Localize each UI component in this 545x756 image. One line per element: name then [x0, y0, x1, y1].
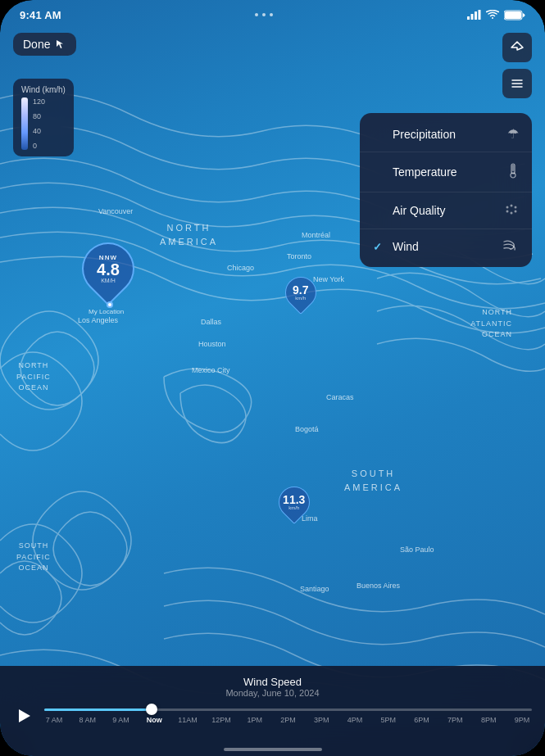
- temperature-label: Temperature: [393, 165, 457, 179]
- wind-legend: Wind (km/h) 120 80 40 0: [13, 79, 74, 156]
- layer-item-temperature-left: Temperature: [373, 165, 457, 179]
- layers-button[interactable]: [502, 69, 532, 98]
- right-toolbar: [502, 33, 532, 98]
- timeline-controls: 7 AM 8 AM 9 AM Now 11AM 12PM 1PM 2PM 3PM…: [13, 704, 532, 727]
- timeline-label-11am: 11AM: [178, 716, 198, 724]
- timeline-label-7pm: 7PM: [445, 716, 465, 724]
- top-toolbar: Done: [0, 33, 545, 98]
- timeline-label-3pm: 3PM: [311, 716, 331, 724]
- wind-unit-ny: km/h: [293, 296, 308, 301]
- location-arrow-icon: [510, 40, 525, 55]
- svg-rect-10: [512, 165, 514, 171]
- wind-direction: NNW: [97, 254, 120, 261]
- home-indicator: [224, 748, 322, 751]
- wind-icon: [502, 239, 519, 254]
- timeline-label-4pm: 4PM: [345, 716, 365, 724]
- layer-item-wind[interactable]: ✓ Wind: [360, 229, 532, 264]
- svg-point-15: [506, 211, 509, 213]
- layer-item-precipitation[interactable]: Precipitation ☂: [360, 116, 532, 152]
- wind-check: ✓: [373, 241, 386, 253]
- air-dots-icon: [504, 202, 519, 215]
- air-quality-icon: [504, 202, 519, 219]
- signal-icon: [467, 10, 481, 20]
- layer-item-wind-left: ✓ Wind: [373, 240, 419, 253]
- wind-lines-icon: [502, 239, 519, 251]
- wind-speed-ny: 9.7: [293, 284, 308, 296]
- wind-gradient-bar: [21, 97, 28, 150]
- wind-bubble-location[interactable]: NNW 4.8 KM/H: [82, 242, 134, 295]
- wind-speed-main: 4.8: [97, 261, 120, 278]
- timeline-label-8am: 8 AM: [78, 716, 98, 724]
- scale-120: 120: [33, 97, 45, 106]
- layers-icon: [510, 76, 525, 91]
- svg-point-12: [506, 206, 509, 209]
- wifi-icon: [486, 10, 499, 20]
- air-quality-label: Air Quality: [393, 204, 446, 217]
- timeline-label-2pm: 2PM: [278, 716, 297, 724]
- precipitation-label: Precipitation: [393, 128, 456, 141]
- timeline-track[interactable]: [44, 708, 532, 711]
- status-right: [467, 10, 525, 20]
- temperature-icon: [507, 162, 519, 182]
- svg-rect-5: [505, 11, 521, 19]
- timeline-label-9pm: 9PM: [512, 716, 532, 724]
- timeline-title: Wind Speed: [13, 676, 532, 688]
- wind-label: Wind: [393, 240, 419, 253]
- timeline-label-8pm: 8PM: [479, 716, 498, 724]
- scale-40: 40: [33, 127, 45, 135]
- cursor-icon: [55, 38, 66, 50]
- timeline-header: Wind Speed Monday, June 10, 2024: [13, 676, 532, 698]
- my-location-label: My Location: [89, 308, 124, 315]
- svg-rect-0: [467, 16, 470, 20]
- timeline-thumb[interactable]: [146, 704, 157, 715]
- status-time: 9:41 AM: [20, 9, 61, 21]
- timeline-date: Monday, June 10, 2024: [13, 688, 532, 698]
- svg-point-16: [511, 212, 513, 215]
- play-icon: [19, 709, 30, 722]
- timeline-label-1pm: 1PM: [245, 716, 265, 724]
- done-label: Done: [23, 38, 50, 51]
- my-location-pin: [107, 301, 113, 308]
- wind-unit-main: KM/H: [97, 278, 120, 283]
- svg-point-14: [515, 206, 517, 209]
- wind-bubble-lima[interactable]: 11.3 km/h: [279, 487, 310, 518]
- status-bar: 9:41 AM: [0, 0, 545, 29]
- battery-icon: [504, 10, 525, 20]
- layer-menu: Precipitation ☂ Temperature Air Quali: [360, 113, 532, 267]
- svg-point-13: [511, 205, 513, 207]
- wind-speed-lima: 11.3: [283, 494, 305, 505]
- wind-bubble-ny[interactable]: 9.7 km/h: [285, 277, 316, 308]
- wind-scale-labels: 120 80 40 0: [33, 97, 45, 150]
- location-button[interactable]: [502, 33, 532, 62]
- timeline-label-9am: 9 AM: [111, 716, 131, 724]
- precipitation-icon: ☂: [507, 126, 519, 142]
- layer-item-temperature[interactable]: Temperature: [360, 152, 532, 192]
- status-center: [255, 13, 273, 16]
- scale-0: 0: [33, 142, 45, 150]
- thermometer-icon: [507, 162, 519, 179]
- svg-rect-1: [471, 14, 474, 20]
- timeline-labels: 7 AM 8 AM 9 AM Now 11AM 12PM 1PM 2PM 3PM…: [44, 716, 532, 724]
- svg-rect-3: [479, 10, 481, 20]
- svg-rect-2: [475, 11, 477, 20]
- wind-legend-title: Wind (km/h): [21, 85, 66, 94]
- layer-item-air-quality-left: Air Quality: [373, 204, 446, 217]
- wind-unit-lima: km/h: [283, 505, 305, 510]
- layer-item-air-quality[interactable]: Air Quality: [360, 192, 532, 229]
- timeline-label-7am: 7 AM: [44, 716, 64, 724]
- layer-item-precipitation-left: Precipitation: [373, 128, 456, 141]
- scale-80: 80: [33, 112, 45, 120]
- play-button[interactable]: [13, 704, 36, 727]
- timeline-label-6pm: 6PM: [412, 716, 432, 724]
- timeline-fill: [44, 708, 152, 711]
- timeline-label-now: Now: [144, 716, 164, 724]
- wind-legend-scale: 120 80 40 0: [21, 97, 66, 150]
- timeline-label-12pm: 12PM: [211, 716, 231, 724]
- timeline-label-5pm: 5PM: [379, 716, 398, 724]
- done-button[interactable]: Done: [13, 33, 76, 56]
- timeline-bar: Wind Speed Monday, June 10, 2024 7 AM 8 …: [0, 666, 545, 756]
- svg-point-17: [515, 211, 517, 213]
- timeline-track-wrap[interactable]: 7 AM 8 AM 9 AM Now 11AM 12PM 1PM 2PM 3PM…: [44, 708, 532, 724]
